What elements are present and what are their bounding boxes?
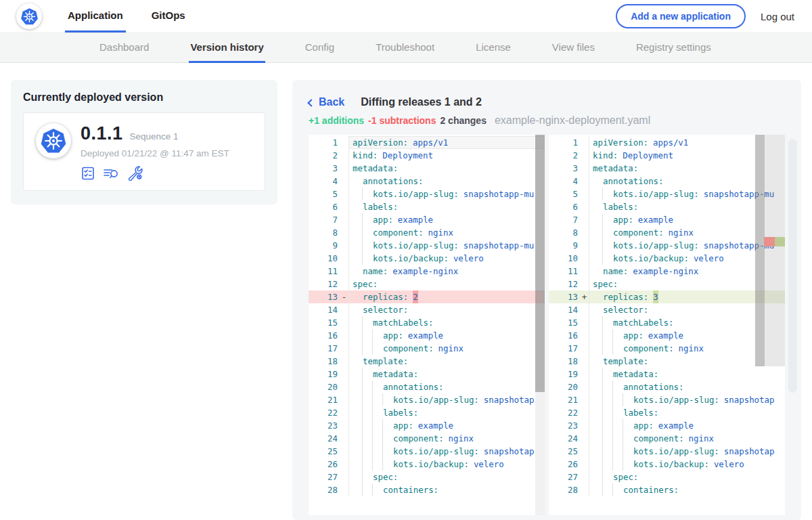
- diff-pane-after: 1apiVersion:apps/v12kind:Deployment3meta…: [549, 135, 785, 515]
- diff-line: 6labels:: [549, 200, 785, 213]
- diff-line: 14selector:: [309, 303, 545, 316]
- diff-line: 13-replicas:2: [309, 290, 545, 303]
- diff-line: 17component:nginx: [309, 342, 545, 355]
- diff-line: 14selector:: [549, 303, 785, 316]
- diff-line: 10kots.io/backup:velero: [549, 252, 785, 265]
- diff-line: 11name:example-nginx: [309, 265, 545, 278]
- diff-line: 5kots.io/app-slug:snapshotapp-mu: [309, 188, 545, 200]
- diff-line: 1apiVersion:apps/v1: [549, 136, 785, 149]
- tab-config[interactable]: Config: [304, 33, 336, 63]
- diff-line: 5kots.io/app-slug:snapshotapp-mu: [549, 188, 785, 200]
- diff-line: 24component:nginx: [309, 432, 545, 445]
- diff-pane-before: 1apiVersion:apps/v12kind:Deployment3meta…: [309, 135, 545, 515]
- diff-line: 3metadata:: [309, 162, 545, 175]
- diff-line: 23app:example: [549, 419, 785, 432]
- kubernetes-logo: [16, 3, 42, 29]
- app-sub-nav: Dashboard Version history Config Trouble…: [0, 32, 812, 63]
- diff-line: 16app:example: [309, 329, 545, 342]
- tab-gitops[interactable]: GitOps: [149, 0, 188, 32]
- diff-line: 15matchLabels:: [309, 316, 545, 329]
- chevron-left-icon: [307, 99, 315, 106]
- diff-line: 19metadata:: [549, 368, 785, 381]
- additions-count: +1 additions: [309, 115, 364, 126]
- tab-troubleshoot[interactable]: Troubleshoot: [374, 33, 436, 63]
- diff-line: 27spec:: [309, 471, 545, 483]
- diff-line: 28containers:: [309, 483, 545, 496]
- diff-line: 3metadata:: [549, 162, 785, 175]
- diff-line: 27spec:: [549, 471, 785, 483]
- minimap-removed-mark: [764, 237, 775, 246]
- diff-line: 23app:example: [309, 419, 545, 432]
- sequence-label: Sequence 1: [130, 131, 179, 142]
- diff-line: 26kots.io/backup:velero: [309, 458, 545, 471]
- app-kubernetes-logo: [36, 123, 71, 158]
- diff-line: 9kots.io/app-slug:snapshotapp-mu: [549, 239, 785, 252]
- config-wrench-gear-icon[interactable]: [127, 165, 143, 181]
- version-number: 0.1.1: [81, 123, 123, 144]
- diff-line: 12spec:: [309, 278, 545, 290]
- diff-line: 18template:: [549, 355, 785, 368]
- diff-line: 2kind:Deployment: [549, 149, 785, 162]
- diff-line: 7app:example: [309, 213, 545, 226]
- currently-deployed-card: Currently deployed version 0.1.1 Sequenc…: [11, 80, 277, 204]
- diff-line: 15matchLabels:: [549, 316, 785, 329]
- deployed-timestamp: Deployed 01/21/22 @ 11:47 am EST: [81, 148, 229, 158]
- diff-line: 4annotations:: [549, 175, 785, 188]
- diff-line: 26kots.io/backup:velero: [549, 458, 785, 471]
- diff-line: 17component:nginx: [549, 342, 785, 355]
- tab-version-history[interactable]: Version history: [189, 33, 265, 63]
- diff-line: 25kots.io/app-slug:snapshotap: [549, 445, 785, 458]
- tab-dashboard[interactable]: Dashboard: [98, 33, 150, 63]
- view-diff-icon[interactable]: [103, 166, 120, 181]
- diff-line: 28containers:: [549, 483, 785, 496]
- release-notes-icon[interactable]: [81, 166, 95, 181]
- diff-line: 12spec:: [549, 278, 785, 290]
- deployed-card-title: Currently deployed version: [23, 91, 265, 104]
- back-button[interactable]: Back: [309, 96, 344, 108]
- diff-line: 25kots.io/app-slug:snapshotap: [309, 445, 545, 458]
- diff-line: 11name:example-nginx: [549, 265, 785, 278]
- diff-line: 6labels:: [309, 200, 545, 213]
- deployed-version-tile: 0.1.1 Sequence 1 Deployed 01/21/22 @ 11:…: [23, 112, 265, 191]
- diff-filename: example-nginx-deployment.yaml: [495, 114, 650, 127]
- diff-line: 7app:example: [549, 213, 785, 226]
- diff-line: 4annotations:: [309, 175, 545, 188]
- diff-line: 1apiVersion:apps/v1: [309, 136, 545, 149]
- diff-line: 20annotations:: [549, 381, 785, 393]
- tab-view-files[interactable]: View files: [551, 33, 596, 63]
- scrollbar-thumb[interactable]: [755, 135, 765, 366]
- kubernetes-helm-icon: [20, 7, 39, 26]
- diff-title: Diffing releases 1 and 2: [361, 96, 482, 108]
- kubernetes-helm-icon: [40, 127, 67, 154]
- top-nav-tabs: Application GitOps: [65, 0, 188, 32]
- diff-line: 24component:nginx: [549, 432, 785, 445]
- logout-link[interactable]: Log out: [761, 11, 794, 22]
- diff-line: 19metadata:: [309, 368, 545, 381]
- panel-scrollbar-thumb[interactable]: [788, 139, 797, 393]
- diff-line: 16app:example: [549, 329, 785, 342]
- diff-line: 2kind:Deployment: [309, 149, 545, 162]
- diff-line: 21kots.io/app-slug:snapshotap: [309, 393, 545, 406]
- diff-line: 20annotations:: [309, 381, 545, 393]
- diff-line: 9kots.io/app-slug:snapshotapp-mu: [309, 239, 545, 252]
- tab-license[interactable]: License: [474, 33, 512, 63]
- top-nav: Application GitOps Add a new application…: [0, 0, 812, 32]
- diff-line: 8component:nginx: [549, 226, 785, 239]
- minimap-added-mark: [775, 237, 785, 246]
- diff-line: 21kots.io/app-slug:snapshotap: [549, 393, 785, 406]
- diff-line: 18template:: [309, 355, 545, 368]
- diff-panel: Back Diffing releases 1 and 2 +1 additio…: [292, 80, 801, 520]
- add-new-application-button[interactable]: Add a new application: [616, 4, 746, 28]
- scrollbar-thumb[interactable]: [535, 135, 545, 392]
- diff-line: 22labels:: [309, 406, 545, 419]
- diff-line: 22labels:: [549, 406, 785, 419]
- tab-registry-settings[interactable]: Registry settings: [635, 33, 713, 63]
- diff-line: 10kots.io/backup:velero: [309, 252, 545, 265]
- diff-line: 13+replicas:3: [549, 290, 785, 303]
- diff-overview-minimap[interactable]: [765, 135, 785, 366]
- tab-application[interactable]: Application: [65, 0, 126, 32]
- diff-line: 8component:nginx: [309, 226, 545, 239]
- diff-stats: +1 additions -1 subtractions 2 changes e…: [309, 114, 785, 127]
- changes-count: 2 changes: [440, 115, 486, 126]
- subtractions-count: -1 subtractions: [368, 115, 436, 126]
